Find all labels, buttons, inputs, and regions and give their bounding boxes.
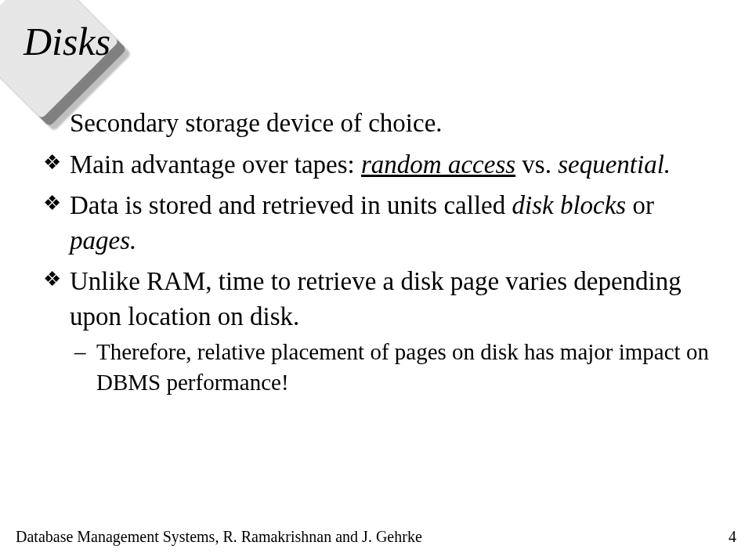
bullet-2-pre: Main advantage over tapes: [70, 150, 361, 179]
bullet-4: Unlike RAM, time to retrieve a disk page… [43, 264, 709, 398]
bullet-3-mid: or [626, 191, 654, 219]
bullet-2-italic: sequential. [558, 150, 671, 179]
slide-footer: Database Management Systems, R. Ramakris… [16, 528, 736, 546]
bullet-list: Secondary storage device of choice. Main… [43, 106, 709, 399]
sub-bullet-list: Therefore, relative placement of pages o… [70, 337, 709, 398]
slide: Disks Secondary storage device of choice… [0, 0, 752, 560]
bullet-3-italic: disk blocks [512, 191, 626, 219]
slide-title: Disks [24, 19, 110, 64]
footer-text: Database Management Systems, R. Ramakris… [16, 528, 422, 546]
sub-bullet-1-text: Therefore, relative placement of pages o… [96, 339, 709, 395]
bullet-3: Data is stored and retrieved in units ca… [43, 188, 709, 258]
bullet-3-italic2: pages. [70, 226, 136, 255]
bullet-2-underline: random access [361, 150, 515, 179]
bullet-1: Secondary storage device of choice. [43, 106, 709, 141]
bullet-4-text: Unlike RAM, time to retrieve a disk page… [70, 267, 682, 331]
page-number: 4 [728, 528, 736, 546]
bullet-3-pre: Data is stored and retrieved in units ca… [70, 191, 512, 219]
bullet-2: Main advantage over tapes: random access… [43, 147, 709, 182]
slide-content: Secondary storage device of choice. Main… [43, 106, 709, 405]
bullet-2-mid: vs. [515, 150, 558, 179]
sub-bullet-1: Therefore, relative placement of pages o… [70, 337, 709, 398]
